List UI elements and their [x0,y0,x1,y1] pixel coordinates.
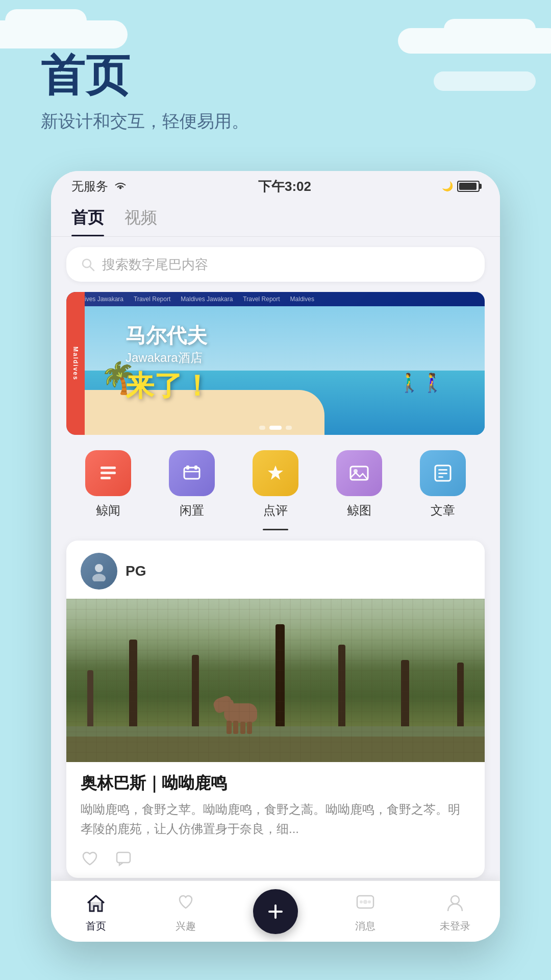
tab-item-interest[interactable]: 兴趣 [141,890,231,933]
category-dianping[interactable]: 点评 [253,450,298,519]
category-label-jingwen: 鲸闻 [96,502,120,519]
category-label-wenzhang: 文章 [431,502,455,519]
profile-icon [442,890,468,916]
tab-bar: 首页 兴趣 [51,880,500,942]
status-right: 🌙 [442,181,480,192]
banner-dots [259,426,292,430]
banner-left-strip: Maldives [66,292,85,435]
banner-top-text-4: Travel Report [243,296,280,303]
banner-image: Maldives Jawakara Travel Report Maldives… [66,292,485,435]
search-placeholder: 搜索数字尾巴内容 [102,256,208,274]
category-label-xianzhi: 闲置 [180,502,204,519]
wifi-icon [113,181,128,191]
cloud-decoration-1 [0,20,128,48]
banner-text-overlay: 马尔代夫 Jawakara酒店 来了！ [126,322,211,406]
status-bar: 无服务 下午3:02 🌙 [51,171,500,202]
category-icon-dianping [253,450,298,496]
search-container: 搜索数字尾巴内容 [51,237,500,292]
category-icon-xianzhi [169,450,215,496]
category-label-dianping: 点评 [263,502,288,519]
banner-title-highlight: 来了！ [126,367,211,406]
post-excerpt: 呦呦鹿鸣，食野之苹。呦呦鹿鸣，食野之蒿。呦呦鹿鸣，食野之芩。明孝陵的鹿苑，让人仿… [66,800,485,849]
nav-tabs: 首页 视频 [51,202,500,237]
svg-rect-13 [438,469,447,471]
tab-label-interest: 兴趣 [176,919,196,933]
banner-scene: 🌴 马尔代夫 Jawakara酒店 来了！ 🚶‍♂️🚶‍♀️ [85,306,485,435]
svg-rect-3 [101,472,116,474]
category-wenzhang[interactable]: 文章 [420,450,466,519]
post-title: 奥林巴斯｜呦呦鹿鸣 [66,762,485,800]
svg-rect-4 [101,477,111,479]
page-title: 首页 [41,46,249,106]
moon-icon: 🌙 [442,181,453,192]
page-header: 首页 新设计和交互，轻便易用。 [41,46,249,133]
phone-mockup: 无服务 下午3:02 🌙 首页 视频 [51,171,500,942]
fence-overlay [66,599,485,762]
card-header: PG [66,541,485,599]
tab-item-add[interactable] [231,889,320,934]
categories-section: 鲸闻 闲置 点评 [51,435,500,524]
tab-item-profile[interactable]: 未登录 [410,890,500,933]
tab-label-profile: 未登录 [440,919,470,933]
page-subtitle: 新设计和交互，轻便易用。 [41,110,249,133]
post-actions [66,849,485,878]
banner-dot-3 [286,426,292,430]
comment-icon[interactable] [114,849,133,868]
banner-people: 🚶‍♂️🚶‍♀️ [398,372,444,394]
banner-title-cn: 马尔代夫 [126,322,211,350]
category-xianzhi[interactable]: 闲置 [169,450,215,519]
banner-dot-2 [269,426,282,430]
category-jingtu[interactable]: 鲸图 [336,450,382,519]
banner-dot-1 [259,426,265,430]
svg-rect-18 [117,852,130,863]
svg-point-17 [92,574,106,581]
banner-top-text-3: Maldives Jawakara [181,296,233,303]
banner-top-text-2: Travel Report [134,296,170,303]
message-icon [352,890,379,916]
banner-top-text-5: Maldives [290,296,314,303]
home-icon [83,890,109,916]
like-icon[interactable] [81,849,99,868]
svg-marker-9 [268,465,283,480]
tab-label-message: 消息 [355,919,375,933]
category-icon-jingwen [85,450,131,496]
svg-point-25 [451,896,459,904]
category-icon-wenzhang [420,450,466,496]
banner-top-bar: Maldives Jawakara Travel Report Maldives… [66,292,485,306]
svg-rect-6 [186,465,189,470]
category-jingwen[interactable]: 鲸闻 [85,450,131,519]
post-image [66,599,485,762]
svg-rect-14 [438,473,447,474]
interest-icon [172,890,199,916]
status-left: 无服务 [71,178,128,194]
tab-video[interactable]: 视频 [124,207,157,236]
search-bar[interactable]: 搜索数字尾巴内容 [66,247,485,282]
battery-fill [459,183,477,190]
banner-container[interactable]: Maldives Jawakara Travel Report Maldives… [66,292,500,435]
svg-rect-10 [350,467,368,480]
post-author: PG [126,563,146,579]
tab-item-message[interactable]: 消息 [320,890,410,933]
add-button[interactable] [253,889,298,934]
svg-rect-2 [101,467,116,469]
status-time: 下午3:02 [258,178,311,195]
phone-content: 搜索数字尾巴内容 Maldives Jawakara Travel Report… [51,237,500,886]
tab-home[interactable]: 首页 [71,207,104,236]
category-label-jingtu: 鲸图 [347,502,371,519]
post-card[interactable]: PG [66,541,485,878]
tab-item-home[interactable]: 首页 [51,890,141,933]
carrier-text: 无服务 [71,178,108,194]
cloud-decoration-3 [434,71,536,91]
banner-subtitle: Jawakara酒店 [126,350,211,366]
svg-line-1 [90,266,94,271]
svg-point-22 [363,900,367,904]
search-icon [81,257,95,272]
svg-point-24 [368,900,371,903]
content-section: PG [51,530,500,886]
avatar-inner [81,553,117,590]
tab-label-home: 首页 [86,919,106,933]
svg-rect-7 [194,465,197,470]
avatar [81,553,117,590]
cloud-decoration-2 [398,28,551,54]
battery-icon [457,181,480,192]
